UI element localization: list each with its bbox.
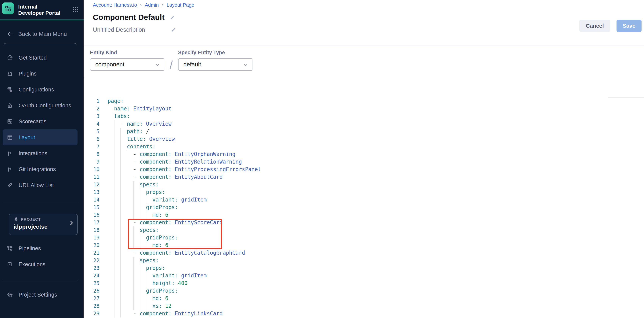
indent-guide: [108, 181, 108, 188]
sidebar-item-oauth-configurations[interactable]: OAuth Configurations: [3, 98, 78, 113]
indent-guide: [146, 196, 146, 204]
indent-guide: [114, 188, 114, 196]
code-line: 10 - component: EntityProcessingErrorsPa…: [86, 166, 644, 173]
indent-guide: [127, 279, 127, 287]
sidebar-item-git-integrations[interactable]: Git Integrations: [3, 161, 78, 177]
code-line: 19 gridProps:: [86, 234, 644, 241]
indent-guide: [120, 166, 121, 173]
indent-guide: [108, 120, 108, 128]
idp-logo-icon: [2, 3, 14, 15]
indent-guide: [108, 310, 108, 317]
description-edit-pencil-icon[interactable]: [170, 27, 176, 33]
integrations-icon: [6, 150, 13, 157]
back-to-main-menu[interactable]: Back to Main Menu: [0, 28, 84, 40]
nav-top: Get StartedPluginsConfigurationsOAuth Co…: [3, 50, 78, 193]
indent-guide: [140, 196, 140, 204]
code-line: 23 props:: [86, 264, 644, 272]
indent-guide: [108, 257, 108, 264]
code-line: 6 title: Overview: [86, 135, 644, 143]
indent-guide: [133, 234, 134, 241]
code-line: 14 variant: gridItem: [86, 196, 644, 204]
indent-guide: [114, 196, 114, 204]
sidebar-item-plugins[interactable]: Plugins: [3, 66, 78, 82]
editor-scrollbar-track[interactable]: [608, 97, 608, 318]
indent-guide: [146, 211, 146, 219]
sidebar-item-layout[interactable]: Layout: [3, 129, 78, 145]
sidebar-item-get-started[interactable]: Get Started: [3, 50, 78, 66]
code-line: 7 contents:: [86, 143, 644, 150]
indent-guide: [120, 135, 121, 143]
indent-guide: [120, 302, 121, 310]
sidebar-item-label: Plugins: [18, 71, 36, 77]
yaml-editor[interactable]: 1page:2 name: EntityLayout3 tabs:4 - nam…: [84, 78, 644, 318]
oauth-icon: [6, 102, 13, 109]
indent-guide: [114, 143, 114, 150]
filter-separator: /: [170, 59, 173, 71]
line-number: 23: [86, 264, 100, 272]
indent-guide: [114, 204, 114, 211]
configurations-icon: [6, 86, 13, 93]
line-number: 27: [86, 295, 100, 302]
line-number: 7: [86, 143, 100, 150]
breadcrumb-layout-page[interactable]: Layout Page: [166, 2, 194, 8]
main-content: Account: Harness.io › Admin › Layout Pag…: [84, 0, 644, 318]
indent-guide: [133, 181, 134, 188]
sidebar-item-configurations[interactable]: Configurations: [3, 82, 78, 98]
indent-guide: [133, 279, 134, 287]
indent-guide: [114, 310, 114, 317]
indent-guide: [108, 295, 108, 302]
title-edit-pencil-icon[interactable]: [170, 15, 175, 20]
indent-guide: [114, 158, 114, 166]
sidebar-item-url-allow-list[interactable]: URL Allow List: [3, 177, 78, 193]
indent-guide: [108, 279, 108, 287]
indent-guide: [120, 295, 121, 302]
indent-guide: [114, 257, 114, 264]
indent-guide: [140, 295, 140, 302]
line-number: 14: [86, 196, 100, 204]
line-number: 17: [86, 219, 100, 226]
indent-guide: [120, 204, 121, 211]
project-selector[interactable]: PROJECT idpprojectsc: [9, 214, 78, 235]
indent-guide: [114, 287, 114, 295]
indent-guide: [108, 188, 108, 196]
sidebar-divider: [3, 281, 78, 281]
indent-guide: [133, 264, 134, 272]
save-button[interactable]: Save: [616, 20, 642, 32]
sidebar-item-integrations[interactable]: Integrations: [3, 145, 78, 161]
indent-guide: [108, 302, 108, 310]
indent-guide: [133, 196, 134, 204]
sidebar-item-scorecards[interactable]: Scorecards: [3, 113, 78, 129]
sidebar-item-executions[interactable]: Executions: [3, 256, 78, 272]
sidebar-item-project-settings[interactable]: Project Settings: [3, 287, 78, 303]
indent-guide: [120, 150, 121, 158]
code-line: 21 - component: EntityCatalogGraphCard: [86, 249, 644, 257]
line-number: 2: [86, 105, 100, 113]
project-eyebrow-label: PROJECT: [21, 217, 41, 222]
indent-guide: [120, 310, 121, 317]
cancel-button[interactable]: Cancel: [579, 20, 610, 32]
indent-guide: [108, 105, 108, 113]
indent-guide: [140, 287, 140, 295]
indent-guide: [108, 173, 108, 181]
indent-guide: [120, 158, 121, 166]
indent-guide: [108, 113, 108, 120]
breadcrumb-separator: ›: [162, 2, 164, 8]
entity-type-select[interactable]: default: [178, 58, 252, 71]
indent-guide: [108, 264, 108, 272]
apps-grid-icon[interactable]: [72, 6, 79, 14]
sidebar-item-pipelines[interactable]: Pipelines: [3, 240, 78, 256]
entity-type-value: default: [184, 61, 201, 68]
indent-guide: [120, 241, 121, 249]
entity-kind-select[interactable]: component: [90, 58, 164, 71]
indent-guide: [133, 295, 134, 302]
indent-guide: [140, 302, 140, 310]
indent-guide: [120, 173, 121, 181]
indent-guide: [114, 166, 114, 173]
breadcrumb-admin[interactable]: Admin: [145, 2, 159, 8]
plugins-icon: [6, 70, 13, 77]
line-number: 20: [86, 241, 100, 249]
indent-guide: [127, 241, 127, 249]
breadcrumb-account[interactable]: Account: Harness.io: [93, 2, 137, 8]
indent-guide: [120, 143, 121, 150]
indent-guide: [127, 166, 127, 173]
